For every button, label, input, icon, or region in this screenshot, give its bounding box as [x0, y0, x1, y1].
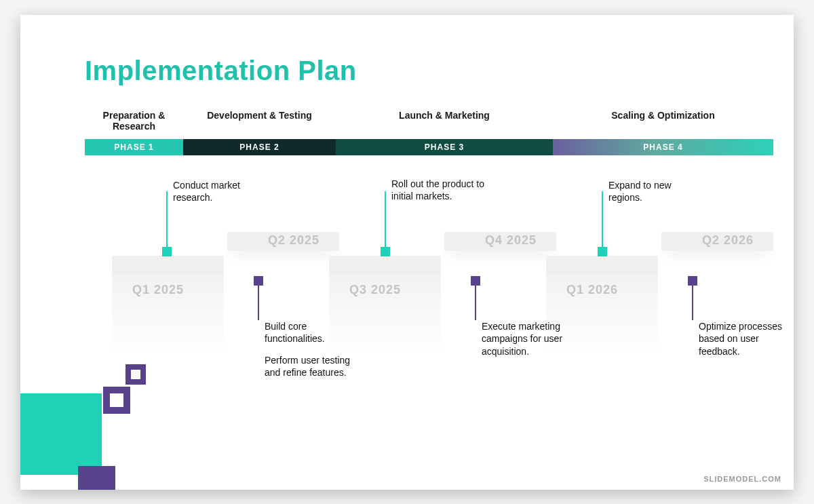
phase-label-text: Scaling & Optimization	[611, 110, 714, 121]
phase-bar-2: PHASE 2	[183, 139, 336, 155]
stem-q6	[692, 279, 693, 320]
phase-bar: PHASE 1 PHASE 2 PHASE 3 PHASE 4	[85, 139, 773, 155]
phase-tag: PHASE 1	[114, 142, 153, 152]
quarter-label-q5: Q1 2026	[566, 283, 618, 297]
phase-bar-1: PHASE 1	[85, 139, 183, 155]
track-bot-seg-2	[329, 256, 441, 275]
quarter-label-q2: Q2 2025	[268, 233, 319, 248]
slide-container: Implementation Plan Preparation & Resear…	[20, 15, 794, 490]
deco-square-teal-large	[20, 393, 102, 475]
phase-label-text: Development & Testing	[207, 110, 312, 121]
note-q5: Expand to new regions.	[608, 179, 697, 205]
phase-label-text: Launch & Marketing	[399, 110, 490, 121]
marker-q2	[254, 276, 263, 286]
marker-q4	[471, 276, 480, 286]
note-q6: Optimize processes based on user feedbac…	[699, 320, 787, 359]
stem-q4	[475, 279, 476, 320]
phase-tag: PHASE 3	[425, 142, 464, 152]
note-q4: Execute marketing campaigns for user acq…	[482, 320, 570, 359]
phase-bar-4: PHASE 4	[553, 139, 773, 155]
marker-q3	[381, 247, 390, 256]
track-bot-seg-1	[112, 256, 224, 275]
track-bot-seg-3	[546, 256, 658, 275]
quarter-label-q3: Q3 2025	[349, 283, 401, 297]
phase-bar-3: PHASE 3	[336, 139, 553, 155]
stem-q5	[602, 191, 603, 251]
phase-tag: PHASE 2	[239, 142, 279, 152]
marker-q6	[688, 276, 697, 286]
note-q2b: Perform user testing and refine features…	[265, 354, 363, 380]
marker-q1	[162, 247, 172, 256]
note-q2a: Build core functionalities.	[265, 320, 363, 346]
phase-tag: PHASE 4	[643, 142, 682, 152]
quarter-label-q6: Q2 2026	[702, 233, 754, 248]
stem-q3	[385, 191, 386, 251]
stem-q1	[166, 191, 168, 251]
deco-square-purple-solid	[78, 466, 115, 490]
phase-label-4: Scaling & Optimization	[553, 110, 773, 133]
phase-label-3: Launch & Marketing	[336, 110, 553, 133]
quarter-label-q1: Q1 2025	[132, 283, 184, 297]
footer-brand: SLIDEMODEL.COM	[703, 475, 781, 483]
timeline: Q1 2025 Q2 2025 Q3 2025 Q4 2025 Q1 2026 …	[85, 164, 773, 381]
note-q1: Conduct market research.	[173, 179, 271, 205]
phase-label-text: Preparation & Research	[85, 110, 183, 133]
stem-q2	[258, 279, 259, 320]
phase-label-2: Development & Testing	[183, 110, 336, 133]
deco-square-purple-outline-small	[125, 364, 146, 385]
note-q3: Roll out the product to initial markets.	[391, 178, 500, 203]
slide-title: Implementation Plan	[85, 56, 357, 86]
phase-header-labels: Preparation & Research Development & Tes…	[85, 110, 773, 133]
deco-square-purple-outline-medium	[103, 387, 130, 414]
marker-q5	[598, 247, 607, 256]
quarter-label-q4: Q4 2025	[485, 233, 537, 248]
phase-label-1: Preparation & Research	[85, 110, 183, 133]
